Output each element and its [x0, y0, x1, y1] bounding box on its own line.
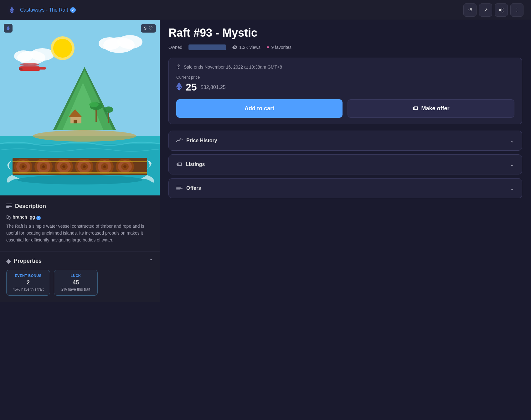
top-bar-actions: ↺ ↗ ⋮	[463, 3, 523, 17]
svg-point-49	[83, 165, 86, 168]
description-section: Description By branch_gg ✓ The Raft is a…	[0, 195, 160, 251]
svg-point-57	[123, 165, 126, 168]
svg-rect-63	[6, 206, 12, 207]
svg-point-2	[502, 11, 503, 12]
properties-icon: ◈	[6, 258, 11, 265]
author-verified-icon: ✓	[36, 216, 41, 220]
make-offer-button[interactable]: 🏷 Make offer	[348, 99, 514, 118]
clock-icon: ⏱	[176, 64, 181, 70]
svg-point-53	[103, 165, 106, 168]
property-card-luck: LUCK 45 2% have this trait	[54, 270, 98, 296]
heart-filled-icon: ♥	[267, 45, 269, 50]
svg-point-13	[53, 39, 72, 58]
svg-rect-17	[19, 68, 23, 70]
chart-icon	[176, 137, 183, 144]
svg-rect-16	[40, 67, 46, 70]
svg-point-1	[499, 9, 501, 11]
trait-value: 2	[12, 279, 45, 286]
eth-logo-icon	[8, 6, 16, 14]
top-bar: Castaways - The Raft ✓ ↺ ↗ ⋮	[0, 0, 531, 20]
svg-point-32	[33, 130, 136, 142]
svg-point-26	[104, 106, 113, 113]
nft-image-container: 9 ♡	[0, 20, 160, 195]
svg-point-24	[89, 102, 99, 107]
trait-type-label: EVENT BONUS	[12, 274, 45, 277]
trait-type-label: LUCK	[59, 274, 92, 277]
price-usd-value: $32,801.25	[201, 85, 226, 90]
svg-rect-70	[176, 189, 180, 190]
svg-rect-61	[6, 204, 12, 204]
svg-rect-64	[6, 207, 9, 208]
price-row: 25 $32,801.25	[176, 81, 514, 93]
current-price-label: Current price	[176, 75, 514, 80]
svg-rect-58	[13, 161, 147, 162]
top-bar-left: Castaways - The Raft ✓	[8, 6, 76, 14]
properties-title: ◈ Properties	[6, 258, 42, 265]
offers-title: Offers	[176, 185, 201, 192]
offers-header[interactable]: Offers ⌄	[169, 179, 522, 198]
price-history-header[interactable]: Price History ⌄	[169, 131, 522, 150]
description-header: Description	[6, 203, 153, 210]
left-panel: 9 ♡ Description	[0, 20, 160, 302]
svg-rect-68	[176, 187, 181, 188]
svg-rect-59	[13, 172, 147, 174]
svg-rect-29	[74, 120, 77, 123]
description-title: Description	[6, 203, 46, 210]
author-line: By branch_gg ✓	[6, 215, 153, 220]
sale-price-box: ⏱ Sale ends November 16, 2022 at 10:38am…	[168, 58, 522, 124]
listings-icon: 🏷	[176, 161, 182, 168]
svg-point-37	[22, 165, 25, 168]
svg-point-8	[99, 37, 121, 50]
tag-icon: 🏷	[412, 105, 418, 112]
favorites-meta: ♥ 9 favorites	[267, 45, 291, 50]
author-name[interactable]: branch_gg	[13, 215, 35, 220]
add-to-cart-button[interactable]: Add to cart	[176, 99, 343, 118]
svg-point-0	[502, 8, 503, 9]
owner-address[interactable]	[188, 44, 226, 50]
more-options-button[interactable]: ⋮	[510, 3, 523, 17]
properties-header[interactable]: ◈ Properties ⌃	[6, 258, 153, 265]
nft-title: Raft #93 - Mystic	[168, 26, 522, 39]
meta-row: Owned 1.2K views ♥ 9 favorites	[168, 44, 522, 50]
svg-point-15	[20, 63, 39, 66]
properties-chevron-icon: ⌃	[149, 258, 153, 265]
svg-point-60	[17, 175, 142, 184]
offers-accordion: Offers ⌄	[168, 178, 522, 198]
listings-header[interactable]: 🏷 Listings ⌄	[169, 155, 522, 174]
trait-value: 45	[59, 279, 92, 286]
svg-point-10	[30, 48, 54, 61]
svg-point-45	[62, 165, 65, 168]
svg-point-66	[235, 47, 235, 48]
price-history-title: Price History	[176, 137, 217, 144]
svg-rect-67	[176, 186, 183, 186]
properties-section: ◈ Properties ⌃ EVENT BONUS 2 45% have th…	[0, 251, 160, 302]
svg-rect-62	[6, 205, 11, 205]
favorites-count-label: 9	[144, 26, 147, 31]
price-history-accordion: Price History ⌄	[168, 131, 522, 151]
main-layout: 9 ♡ Description	[0, 20, 531, 302]
refresh-button[interactable]: ↺	[463, 3, 477, 17]
image-eth-icon	[4, 24, 13, 33]
share-button[interactable]	[495, 3, 508, 17]
svg-line-3	[501, 10, 502, 11]
action-buttons-row: Add to cart 🏷 Make offer	[176, 99, 514, 118]
favorites-row[interactable]: 9 ♡	[141, 24, 156, 33]
offers-chevron-icon: ⌄	[510, 185, 514, 192]
heart-icon: ♡	[148, 25, 153, 31]
collection-title[interactable]: Castaways - The Raft ✓	[20, 7, 76, 13]
price-history-chevron-icon: ⌄	[510, 137, 514, 144]
views-count: 1.2K views	[232, 45, 260, 50]
svg-point-41	[42, 165, 45, 168]
listings-chevron-icon: ⌄	[510, 161, 514, 168]
trait-rarity: 45% have this trait	[12, 287, 45, 292]
listings-title: 🏷 Listings	[176, 161, 205, 168]
right-panel: Raft #93 - Mystic Owned 1.2K views ♥ 9 f…	[160, 20, 531, 302]
svg-rect-69	[176, 188, 183, 189]
description-icon	[6, 203, 12, 210]
listings-accordion: 🏷 Listings ⌄	[168, 154, 522, 174]
property-card-event-bonus: EVENT BONUS 2 45% have this trait	[6, 270, 50, 296]
trait-rarity: 2% have this trait	[59, 287, 92, 292]
external-link-button[interactable]: ↗	[479, 3, 492, 17]
sale-ends-notice: ⏱ Sale ends November 16, 2022 at 10:38am…	[176, 64, 514, 70]
eth-price-icon	[176, 82, 182, 93]
